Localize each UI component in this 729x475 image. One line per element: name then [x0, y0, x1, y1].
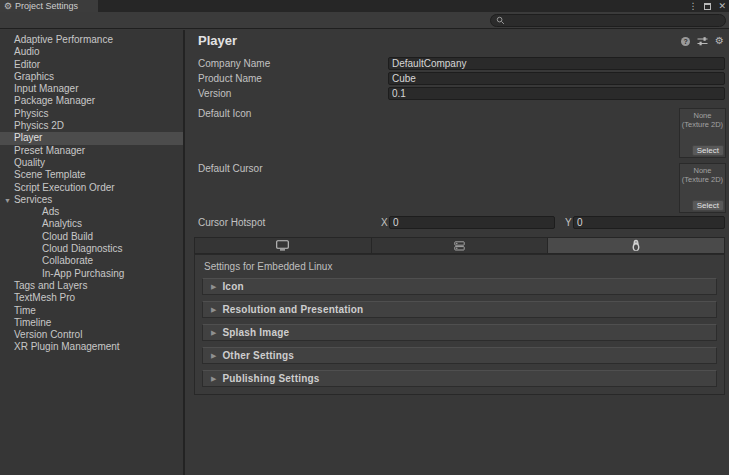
version-input[interactable] — [388, 87, 725, 100]
foldout-caret-icon[interactable]: ▼ — [4, 197, 11, 204]
sidebar-item-graphics[interactable]: Graphics — [0, 71, 183, 83]
player-settings-panel: Player ? ⚙ Company Name Product Name Ver… — [185, 30, 729, 475]
window-title: Project Settings — [15, 1, 78, 11]
sidebar-item-scene-template[interactable]: Scene Template — [0, 169, 183, 181]
window-menu-icon[interactable]: ⋮ — [688, 1, 697, 11]
settings-gear-icon[interactable]: ⚙ — [715, 36, 724, 46]
section-other-settings[interactable]: ▶ Other Settings — [202, 347, 717, 364]
gear-icon: ⚙ — [4, 2, 12, 11]
caret-right-icon: ▶ — [211, 352, 216, 360]
default-icon-select-button[interactable]: Select — [692, 145, 724, 156]
section-icon[interactable]: ▶ Icon — [202, 278, 717, 295]
sidebar-item-analytics[interactable]: Analytics — [0, 218, 183, 230]
tab-embedded-linux[interactable] — [548, 238, 724, 253]
desktop-icon — [276, 240, 289, 251]
default-cursor-select-button[interactable]: Select — [692, 200, 724, 211]
sidebar-item-collaborate[interactable]: Collaborate — [0, 255, 183, 267]
sidebar-item-ads[interactable]: Ads — [0, 206, 183, 218]
sidebar-item-script-execution-order[interactable]: Script Execution Order — [0, 182, 183, 194]
project-settings-window: ⚙ Project Settings ⋮ ✕ Adaptive Performa… — [0, 0, 729, 475]
sidebar-item-quality[interactable]: Quality — [0, 157, 183, 169]
section-publishing-settings[interactable]: ▶ Publishing Settings — [202, 370, 717, 387]
default-cursor-object-field[interactable]: None (Texture 2D) Select — [679, 163, 726, 213]
sidebar-item-physics[interactable]: Physics — [0, 108, 183, 120]
hotspot-x-input[interactable] — [389, 216, 555, 229]
settings-category-list: Adaptive Performance Audio Editor Graphi… — [0, 30, 185, 475]
dedicated-server-icon — [454, 241, 465, 251]
default-icon-object-field[interactable]: None (Texture 2D) Select — [679, 108, 726, 158]
section-splash-image[interactable]: ▶ Splash Image — [202, 324, 717, 341]
sidebar-item-cloud-build[interactable]: Cloud Build — [0, 231, 183, 243]
sidebar-item-timeline[interactable]: Timeline — [0, 317, 183, 329]
search-input[interactable] — [508, 16, 720, 26]
product-name-input[interactable] — [388, 72, 725, 85]
platform-settings-container: Settings for Embedded Linux ▶ Icon ▶ Res… — [194, 254, 725, 395]
sidebar-item-in-app-purchasing[interactable]: In-App Purchasing — [0, 268, 183, 280]
hotspot-y-label: Y — [565, 217, 572, 228]
hotspot-y-input[interactable] — [573, 216, 725, 229]
window-tab[interactable]: ⚙ Project Settings — [0, 0, 98, 12]
sidebar-item-preset-manager[interactable]: Preset Manager — [0, 145, 183, 157]
search-box[interactable] — [490, 14, 726, 27]
toolbar — [0, 12, 729, 29]
sidebar-item-audio[interactable]: Audio — [0, 46, 183, 58]
company-name-input[interactable] — [388, 57, 725, 70]
sidebar-item-adaptive-performance[interactable]: Adaptive Performance — [0, 34, 183, 46]
caret-right-icon: ▶ — [211, 375, 216, 383]
default-cursor-label: Default Cursor — [198, 163, 262, 174]
page-title: Player — [198, 33, 237, 48]
sidebar-item-input-manager[interactable]: Input Manager — [0, 83, 183, 95]
window-controls: ⋮ ✕ — [688, 0, 726, 12]
sidebar-item-player[interactable]: Player — [0, 132, 183, 144]
sidebar-item-version-control[interactable]: Version Control — [0, 329, 183, 341]
cursor-hotspot-label: Cursor Hotspot — [198, 217, 265, 228]
caret-right-icon: ▶ — [211, 283, 216, 291]
sidebar-item-package-manager[interactable]: Package Manager — [0, 95, 183, 107]
search-icon — [496, 16, 505, 25]
section-resolution-and-presentation[interactable]: ▶ Resolution and Presentation — [202, 301, 717, 318]
tab-desktop[interactable] — [195, 238, 372, 253]
titlebar: ⚙ Project Settings ⋮ ✕ — [0, 0, 729, 12]
product-name-label: Product Name — [198, 73, 262, 84]
sidebar-item-textmesh-pro[interactable]: TextMesh Pro — [0, 292, 183, 304]
settings-for-platform-header: Settings for Embedded Linux — [204, 261, 717, 272]
help-icon[interactable]: ? — [681, 37, 690, 46]
default-icon-label: Default Icon — [198, 108, 251, 119]
sidebar-item-cloud-diagnostics[interactable]: Cloud Diagnostics — [0, 243, 183, 255]
sidebar-item-physics-2d[interactable]: Physics 2D — [0, 120, 183, 132]
close-icon[interactable]: ✕ — [718, 1, 726, 11]
caret-right-icon: ▶ — [211, 329, 216, 337]
sidebar-item-tags-and-layers[interactable]: Tags and Layers — [0, 280, 183, 292]
caret-right-icon: ▶ — [211, 306, 216, 314]
sidebar-item-xr-plugin-management[interactable]: XR Plugin Management — [0, 341, 183, 353]
sidebar-item-services[interactable]: ▼Services — [0, 194, 183, 206]
company-name-label: Company Name — [198, 58, 270, 69]
tab-dedicated-server[interactable] — [372, 238, 549, 253]
maximize-icon[interactable] — [704, 3, 711, 10]
hotspot-x-label: X — [381, 217, 388, 228]
platform-tabbar — [194, 237, 725, 254]
embedded-linux-icon — [630, 239, 642, 252]
sidebar-item-time[interactable]: Time — [0, 305, 183, 317]
version-label: Version — [198, 88, 231, 99]
preset-icon[interactable] — [697, 36, 708, 46]
sidebar-item-editor[interactable]: Editor — [0, 59, 183, 71]
